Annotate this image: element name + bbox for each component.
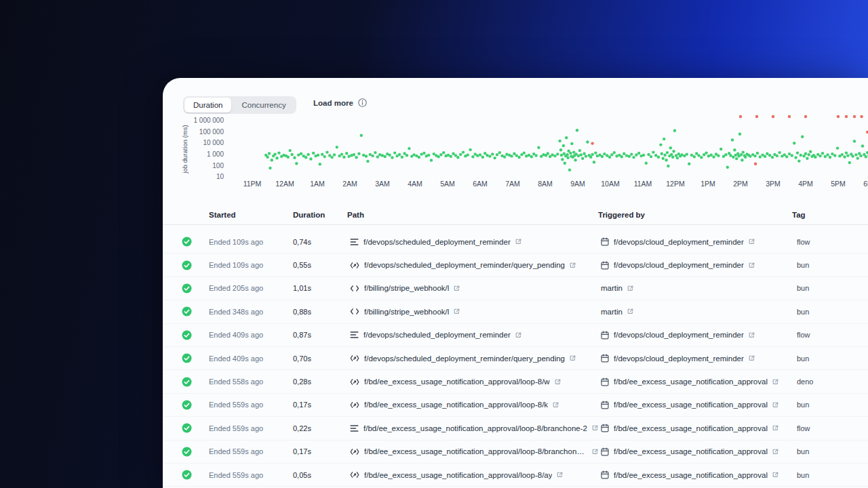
table-row[interactable]: Ended 409s ago0,87sf/devops/scheduled_de… <box>163 324 868 347</box>
success-run-point[interactable] <box>671 156 674 159</box>
open-run-icon[interactable] <box>515 332 521 338</box>
success-run-point[interactable] <box>594 151 597 154</box>
path-cell[interactable]: f/bd/ee_excess_usage_notification_approv… <box>347 378 598 386</box>
success-run-point[interactable] <box>657 156 660 159</box>
success-run-point[interactable] <box>731 138 734 141</box>
success-run-point[interactable] <box>744 156 747 159</box>
success-run-point[interactable] <box>794 156 797 159</box>
success-run-point[interactable] <box>764 155 766 158</box>
success-run-point[interactable] <box>471 155 474 158</box>
table-row[interactable]: Ended 109s ago0,74sf/devops/scheduled_de… <box>163 230 868 253</box>
success-run-point[interactable] <box>700 156 703 159</box>
success-run-point[interactable] <box>566 157 569 159</box>
success-run-point[interactable] <box>637 152 640 155</box>
success-run-point[interactable] <box>574 159 576 161</box>
success-run-point[interactable] <box>851 155 854 157</box>
success-run-point[interactable] <box>831 152 833 155</box>
success-run-point[interactable] <box>800 154 802 157</box>
success-run-point[interactable] <box>615 155 618 157</box>
success-run-point[interactable] <box>271 159 273 161</box>
success-run-point[interactable] <box>347 155 350 158</box>
success-run-point[interactable] <box>447 154 450 157</box>
success-run-point[interactable] <box>360 134 363 137</box>
open-run-icon[interactable] <box>454 308 460 314</box>
success-run-point[interactable] <box>625 154 628 157</box>
success-run-point[interactable] <box>275 157 278 159</box>
table-row[interactable]: Ended 559s ago0,05sf/bd/ee_excess_usage_… <box>163 464 868 487</box>
table-row[interactable]: Ended 348s ago0,88sf/billing/stripe_webh… <box>163 300 868 323</box>
success-run-point[interactable] <box>391 156 393 159</box>
failure-run-point[interactable] <box>837 115 840 118</box>
path-link[interactable]: f/devops/scheduled_deployment_reminder <box>363 238 511 246</box>
path-link[interactable]: f/billing/stripe_webhook/l <box>364 284 449 292</box>
success-run-point[interactable] <box>484 152 486 155</box>
success-run-point[interactable] <box>843 155 846 158</box>
success-run-point[interactable] <box>818 155 821 157</box>
open-trigger-icon[interactable] <box>772 449 778 455</box>
success-run-point[interactable] <box>547 152 549 155</box>
triggered-by-link[interactable]: f/bd/ee_excess_usage_notification_approv… <box>614 471 768 479</box>
success-run-point[interactable] <box>336 146 338 148</box>
table-row[interactable]: Ended 409s ago0,70sf/devops/scheduled_de… <box>163 347 868 370</box>
success-run-point[interactable] <box>450 155 452 158</box>
success-run-point[interactable] <box>505 153 508 156</box>
success-run-point[interactable] <box>353 153 355 156</box>
success-run-point[interactable] <box>586 140 589 143</box>
success-run-point[interactable] <box>669 146 672 149</box>
success-run-point[interactable] <box>376 155 379 158</box>
success-run-point[interactable] <box>821 152 824 155</box>
path-link[interactable]: f/bd/ee_excess_usage_notification_approv… <box>364 378 550 386</box>
path-link[interactable]: f/bd/ee_excess_usage_notification_approv… <box>364 401 548 409</box>
success-run-point[interactable] <box>528 154 530 157</box>
success-run-point[interactable] <box>740 153 743 156</box>
path-link[interactable]: f/bd/ee_excess_usage_notification_approv… <box>364 447 587 455</box>
success-run-point[interactable] <box>558 140 561 142</box>
success-run-point[interactable] <box>317 154 319 157</box>
path-link[interactable]: f/devops/scheduled_deployment_reminder <box>363 331 511 339</box>
success-run-point[interactable] <box>672 150 675 152</box>
success-run-point[interactable] <box>523 151 526 154</box>
success-run-point[interactable] <box>845 151 848 154</box>
success-run-point[interactable] <box>662 157 665 160</box>
success-run-point[interactable] <box>581 157 584 160</box>
success-run-point[interactable] <box>808 153 810 156</box>
info-icon[interactable] <box>358 98 367 107</box>
success-run-point[interactable] <box>491 152 494 155</box>
failure-run-point[interactable] <box>591 142 593 144</box>
success-run-point[interactable] <box>323 155 326 158</box>
success-run-point[interactable] <box>583 152 585 155</box>
triggered-by-link[interactable]: f/bd/ee_excess_usage_notification_approv… <box>614 447 768 455</box>
success-run-point[interactable] <box>268 152 271 155</box>
success-run-point[interactable] <box>378 153 381 156</box>
success-run-point[interactable] <box>510 155 513 157</box>
open-trigger-icon[interactable] <box>627 285 633 291</box>
success-run-point[interactable] <box>534 154 537 157</box>
triggered-by-link[interactable]: f/devops/cloud_deployment_reminder <box>614 261 744 269</box>
success-run-point[interactable] <box>297 153 300 156</box>
success-run-point[interactable] <box>393 151 396 154</box>
triggered-by-link[interactable]: f/devops/cloud_deployment_reminder <box>614 354 744 363</box>
table-row[interactable]: Ended 559s ago0,17sf/bd/ee_excess_usage_… <box>163 441 868 464</box>
success-run-point[interactable] <box>776 155 778 157</box>
success-run-point[interactable] <box>608 156 611 159</box>
success-run-point[interactable] <box>467 153 469 156</box>
success-run-point[interactable] <box>300 152 302 155</box>
success-run-point[interactable] <box>688 163 690 165</box>
success-run-point[interactable] <box>355 156 357 159</box>
success-run-point[interactable] <box>312 152 315 155</box>
path-link[interactable]: f/billing/stripe_webhook/l <box>364 308 449 316</box>
success-run-point[interactable] <box>628 155 631 158</box>
success-run-point[interactable] <box>719 148 722 150</box>
path-cell[interactable]: f/devops/scheduled_deployment_reminder/q… <box>347 354 598 363</box>
success-run-point[interactable] <box>381 154 384 157</box>
failure-run-point[interactable] <box>739 115 742 118</box>
open-trigger-icon[interactable] <box>772 379 778 385</box>
success-run-point[interactable] <box>266 156 269 159</box>
success-run-point[interactable] <box>741 159 743 161</box>
success-run-point[interactable] <box>733 148 736 151</box>
triggered-by-cell[interactable]: f/bd/ee_excess_usage_notification_approv… <box>598 401 792 409</box>
success-run-point[interactable] <box>783 153 786 156</box>
success-run-point[interactable] <box>412 153 415 156</box>
success-run-point[interactable] <box>430 159 433 161</box>
success-run-point[interactable] <box>319 163 321 165</box>
